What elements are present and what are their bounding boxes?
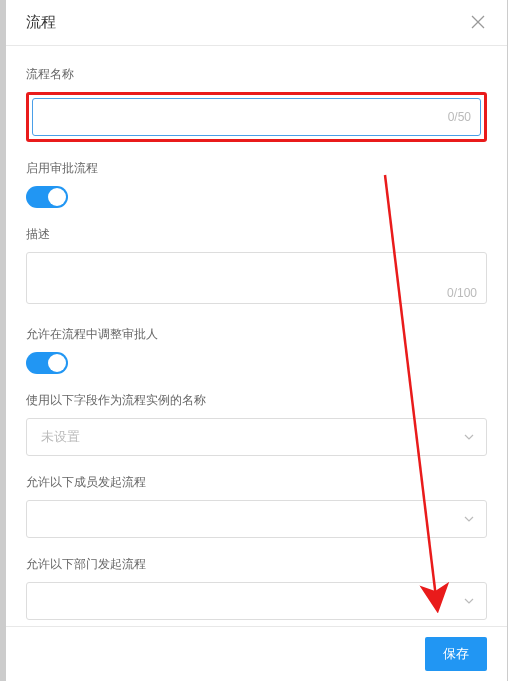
- instance-name-placeholder: 未设置: [41, 428, 80, 446]
- close-icon: [471, 15, 485, 29]
- modal-footer: 保存: [6, 626, 507, 681]
- field-enable-approval: 启用审批流程: [26, 160, 487, 208]
- allow-adjust-toggle[interactable]: [26, 352, 68, 374]
- chevron-down-icon: [464, 598, 474, 604]
- close-button[interactable]: [471, 15, 487, 31]
- name-input-wrap: 0/50: [32, 98, 481, 136]
- field-name: 流程名称 0/50: [26, 66, 487, 142]
- name-input[interactable]: [32, 98, 481, 136]
- description-input[interactable]: [26, 252, 487, 304]
- enable-approval-label: 启用审批流程: [26, 160, 487, 177]
- allow-departments-label: 允许以下部门发起流程: [26, 556, 487, 573]
- name-highlight: 0/50: [26, 92, 487, 142]
- modal-dialog: 流程 流程名称 0/50 启用审批流程 描述 0/100: [6, 0, 507, 681]
- field-allow-adjust: 允许在流程中调整审批人: [26, 326, 487, 374]
- allow-members-label: 允许以下成员发起流程: [26, 474, 487, 491]
- allow-adjust-label: 允许在流程中调整审批人: [26, 326, 487, 343]
- field-instance-name: 使用以下字段作为流程实例的名称 未设置: [26, 392, 487, 456]
- enable-approval-toggle[interactable]: [26, 186, 68, 208]
- instance-name-label: 使用以下字段作为流程实例的名称: [26, 392, 487, 409]
- name-char-count: 0/50: [448, 110, 471, 124]
- description-char-count: 0/100: [447, 286, 477, 300]
- field-allow-members: 允许以下成员发起流程: [26, 474, 487, 538]
- field-description: 描述 0/100: [26, 226, 487, 308]
- allow-members-select[interactable]: [26, 500, 487, 538]
- modal-body: 流程名称 0/50 启用审批流程 描述 0/100 允许在流程中调整审批人: [6, 46, 507, 626]
- modal-header: 流程: [6, 0, 507, 46]
- instance-name-select[interactable]: 未设置: [26, 418, 487, 456]
- modal-title: 流程: [26, 13, 56, 32]
- name-label: 流程名称: [26, 66, 487, 83]
- allow-departments-select[interactable]: [26, 582, 487, 620]
- chevron-down-icon: [464, 516, 474, 522]
- description-wrap: 0/100: [26, 252, 487, 308]
- field-allow-departments: 允许以下部门发起流程: [26, 556, 487, 620]
- save-button[interactable]: 保存: [425, 637, 487, 671]
- description-label: 描述: [26, 226, 487, 243]
- chevron-down-icon: [464, 434, 474, 440]
